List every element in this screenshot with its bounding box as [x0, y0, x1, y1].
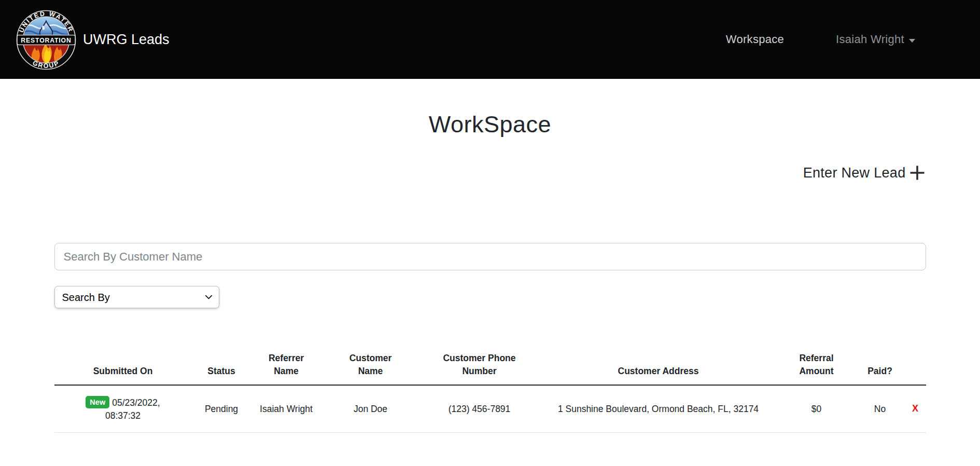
cell-customer-address: 1 Sunshine Boulevard, Ormond Beach, FL, …	[539, 385, 778, 433]
brand-link[interactable]: RESTORATION UNITED WATER GROUP UWRG Lead…	[16, 8, 170, 71]
cell-submitted-on: New05/23/2022, 08:37:32	[54, 385, 192, 433]
user-menu-label: Isaiah Wright	[836, 33, 904, 46]
search-by-select[interactable]: Search By	[54, 286, 219, 308]
header-status: Status	[192, 352, 251, 385]
submitted-on-value: 05/23/2022, 08:37:32	[105, 398, 160, 421]
page-title: WorkSpace	[54, 111, 926, 138]
header-actions	[905, 352, 926, 385]
new-lead-row: Enter New Lead	[54, 164, 926, 182]
cell-referrer-name: Isaiah Wright	[251, 385, 321, 433]
header-customer-phone: Customer Phone Number	[420, 352, 539, 385]
navbar-links: Workspace Isaiah Wright	[726, 33, 915, 46]
cell-referral-amount: $0	[778, 385, 856, 433]
header-referrer-name: Referrer Name	[251, 352, 321, 385]
brand-title: UWRG Leads	[83, 32, 170, 48]
header-paid: Paid?	[856, 352, 905, 385]
user-menu-dropdown[interactable]: Isaiah Wright	[836, 33, 915, 46]
cell-status: Pending	[192, 385, 251, 433]
cell-customer-name: Jon Doe	[321, 385, 420, 433]
search-input[interactable]	[54, 243, 926, 270]
delete-lead-button[interactable]: X	[912, 403, 918, 414]
new-badge: New	[86, 396, 109, 409]
enter-new-lead-label: Enter New Lead	[803, 165, 906, 181]
header-referral-amount: Referral Amount	[778, 352, 856, 385]
nav-link-workspace[interactable]: Workspace	[726, 33, 784, 46]
navbar: RESTORATION UNITED WATER GROUP UWRG Lead…	[0, 0, 980, 79]
header-submitted-on: Submitted On	[54, 352, 192, 385]
cell-actions: X	[905, 385, 926, 433]
search-by-select-wrap: Search By	[54, 286, 219, 308]
plus-icon	[908, 164, 926, 182]
workspace-page: WorkSpace Enter New Lead Search By Submi…	[54, 111, 926, 433]
logo-middle-text: RESTORATION	[21, 37, 71, 44]
table-row: New05/23/2022, 08:37:32 Pending Isaiah W…	[54, 385, 926, 433]
cell-customer-phone: (123) 456-7891	[420, 385, 539, 433]
header-customer-name: Customer Name	[321, 352, 420, 385]
uwrg-logo-icon: RESTORATION UNITED WATER GROUP	[16, 9, 77, 71]
header-customer-address: Customer Address	[539, 352, 778, 385]
enter-new-lead-button[interactable]: Enter New Lead	[803, 164, 926, 182]
caret-down-icon	[909, 39, 915, 43]
cell-paid: No	[856, 385, 905, 433]
table-header-row: Submitted On Status Referrer Name Custom…	[54, 352, 926, 385]
leads-table: Submitted On Status Referrer Name Custom…	[54, 352, 926, 433]
